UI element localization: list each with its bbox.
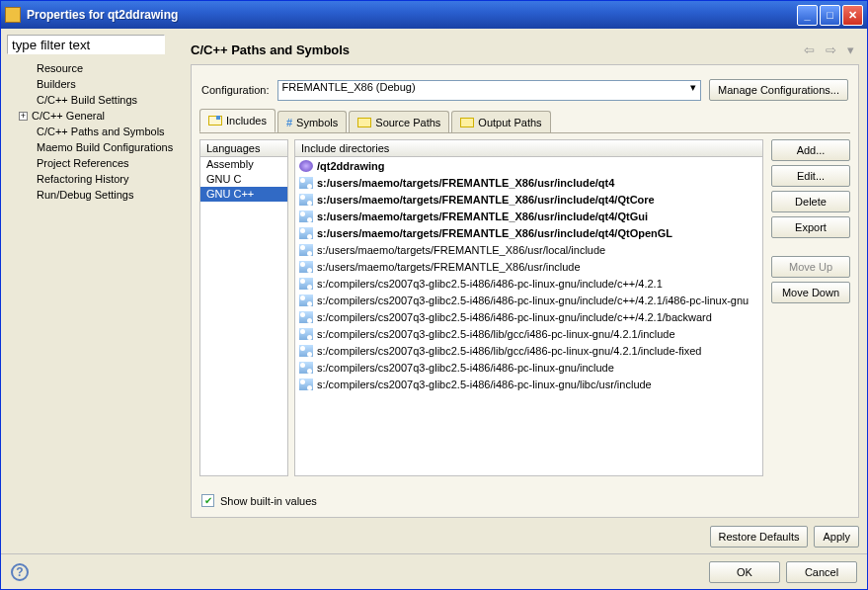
nav-item-label: Maemo Build Configurations	[37, 141, 173, 153]
maximize-button[interactable]: □	[820, 5, 840, 26]
directories-column: Include directories /qt2ddrawings:/users…	[294, 139, 763, 476]
tab-icon: #	[286, 117, 292, 128]
tab-label: Source Paths	[375, 117, 440, 128]
nav-item-1[interactable]: Builders	[7, 76, 183, 92]
page-title: C/C++ Paths and Symbols	[191, 42, 794, 57]
directories-header: Include directories	[294, 139, 763, 157]
include-path-icon	[299, 211, 313, 222]
cancel-button[interactable]: Cancel	[786, 561, 857, 583]
minimize-button[interactable]: _	[797, 5, 818, 26]
include-dir-item[interactable]: s:/compilers/cs2007q3-glibc2.5-i486/i486…	[295, 308, 762, 325]
nav-item-4[interactable]: C/C++ Paths and Symbols	[7, 124, 183, 139]
project-icon	[299, 160, 313, 172]
nav-forward-icon[interactable]	[820, 41, 837, 58]
languages-header: Languages	[199, 139, 288, 157]
include-path-icon	[299, 328, 313, 340]
include-dir-item[interactable]: s:/compilers/cs2007q3-glibc2.5-i486/i486…	[295, 376, 762, 392]
nav-item-label: Resource	[37, 62, 83, 74]
config-select[interactable]: FREMANTLE_X86 (Debug) ▾	[277, 80, 702, 101]
client-area: ResourceBuildersC/C++ Build Settings+C/C…	[1, 29, 867, 553]
include-dir-item[interactable]: s:/users/maemo/targets/FREMANTLE_X86/usr…	[295, 208, 762, 224]
ok-button[interactable]: OK	[709, 561, 780, 583]
title-bar[interactable]: Properties for qt2ddrawing _ □ ✕	[1, 1, 867, 29]
include-dir-item[interactable]: s:/compilers/cs2007q3-glibc2.5-i486/i486…	[295, 359, 762, 376]
include-path-icon	[299, 379, 313, 390]
close-button[interactable]: ✕	[842, 5, 863, 26]
show-builtin-row: ✔ Show built-in values	[192, 484, 858, 517]
nav-item-label: C/C++ General	[32, 110, 105, 122]
delete-button[interactable]: Delete	[771, 191, 850, 212]
include-path-icon	[299, 227, 313, 239]
config-row: Configuration: FREMANTLE_X86 (Debug) ▾ M…	[192, 65, 858, 109]
right-panel: C/C++ Paths and Symbols Configuration: F…	[189, 29, 867, 553]
include-dir-label: s:/compilers/cs2007q3-glibc2.5-i486/i486…	[317, 278, 663, 290]
move-down-button[interactable]: Move Down	[771, 282, 850, 303]
include-path-icon	[299, 278, 313, 290]
nav-item-3[interactable]: +C/C++ General	[7, 108, 183, 124]
include-dir-label: s:/compilers/cs2007q3-glibc2.5-i486/lib/…	[317, 328, 675, 340]
include-dir-item[interactable]: s:/compilers/cs2007q3-glibc2.5-i486/i486…	[295, 275, 762, 292]
include-dir-item[interactable]: /qt2ddrawing	[295, 157, 762, 174]
nav-item-0[interactable]: Resource	[7, 60, 183, 76]
expand-icon[interactable]: +	[19, 112, 28, 121]
nav-item-5[interactable]: Maemo Build Configurations	[7, 139, 183, 155]
include-path-icon	[299, 261, 313, 273]
tab-source-paths[interactable]: Source Paths	[349, 111, 449, 132]
nav-item-label: Run/Debug Settings	[37, 189, 133, 201]
include-dir-label: s:/users/maemo/targets/FREMANTLE_X86/usr…	[317, 244, 605, 256]
edit-button[interactable]: Edit...	[771, 165, 850, 187]
include-dir-item[interactable]: s:/users/maemo/targets/FREMANTLE_X86/usr…	[295, 174, 762, 191]
nav-back-icon[interactable]	[798, 41, 816, 58]
tab-output-paths[interactable]: Output Paths	[451, 111, 550, 132]
languages-column: Languages AssemblyGNU CGNU C++	[199, 139, 288, 476]
nav-item-label: Builders	[37, 78, 76, 90]
tab-label: Output Paths	[478, 117, 541, 128]
restore-defaults-button[interactable]: Restore Defaults	[710, 526, 809, 548]
include-path-icon	[299, 311, 313, 323]
show-builtin-checkbox[interactable]: ✔	[201, 494, 214, 507]
tab-symbols[interactable]: #Symbols	[277, 111, 347, 132]
add-button[interactable]: Add...	[771, 139, 850, 161]
config-value: FREMANTLE_X86 (Debug)	[282, 81, 416, 93]
nav-tree[interactable]: ResourceBuildersC/C++ Build Settings+C/C…	[7, 60, 183, 548]
language-item-2[interactable]: GNU C++	[200, 187, 287, 202]
include-dir-label: s:/compilers/cs2007q3-glibc2.5-i486/i486…	[317, 295, 749, 306]
tab-strip: Includes#SymbolsSource PathsOutput Paths	[192, 109, 858, 132]
include-dir-item[interactable]: s:/users/maemo/targets/FREMANTLE_X86/usr…	[295, 191, 762, 208]
apply-button[interactable]: Apply	[814, 526, 859, 548]
chevron-down-icon: ▾	[690, 81, 696, 94]
include-dir-item[interactable]: s:/compilers/cs2007q3-glibc2.5-i486/lib/…	[295, 325, 762, 342]
include-dir-label: s:/compilers/cs2007q3-glibc2.5-i486/i486…	[317, 311, 712, 323]
export-button[interactable]: Export	[771, 216, 850, 238]
language-item-0[interactable]: Assembly	[200, 157, 287, 172]
move-up-button[interactable]: Move Up	[771, 256, 850, 278]
nav-item-7[interactable]: Refactoring History	[7, 171, 183, 187]
nav-item-label: Project References	[37, 157, 129, 169]
include-dir-item[interactable]: s:/compilers/cs2007q3-glibc2.5-i486/lib/…	[295, 342, 762, 359]
include-dir-item[interactable]: s:/users/maemo/targets/FREMANTLE_X86/usr…	[295, 224, 762, 241]
manage-configs-button[interactable]: Manage Configurations...	[709, 79, 848, 101]
directories-list[interactable]: /qt2ddrawings:/users/maemo/targets/FREMA…	[294, 157, 763, 476]
filter-input[interactable]	[7, 35, 165, 54]
tab-includes[interactable]: Includes	[199, 109, 276, 132]
tab-icon	[460, 118, 474, 127]
nav-item-8[interactable]: Run/Debug Settings	[7, 187, 183, 203]
languages-list[interactable]: AssemblyGNU CGNU C++	[199, 157, 288, 476]
nav-item-2[interactable]: C/C++ Build Settings	[7, 92, 183, 108]
include-path-icon	[299, 244, 313, 256]
tab-label: Symbols	[296, 117, 338, 128]
tab-icon	[208, 116, 222, 126]
left-panel: ResourceBuildersC/C++ Build Settings+C/C…	[1, 29, 189, 553]
view-menu-icon[interactable]	[841, 41, 859, 58]
properties-dialog: Properties for qt2ddrawing _ □ ✕ Resourc…	[0, 0, 868, 590]
help-icon[interactable]: ?	[11, 563, 29, 581]
language-item-1[interactable]: GNU C	[200, 172, 287, 187]
include-dir-item[interactable]: s:/users/maemo/targets/FREMANTLE_X86/usr…	[295, 258, 762, 275]
include-path-icon	[299, 177, 313, 189]
nav-item-6[interactable]: Project References	[7, 155, 183, 171]
include-dir-label: s:/users/maemo/targets/FREMANTLE_X86/usr…	[317, 261, 581, 273]
include-dir-item[interactable]: s:/compilers/cs2007q3-glibc2.5-i486/i486…	[295, 292, 762, 308]
include-dir-item[interactable]: s:/users/maemo/targets/FREMANTLE_X86/usr…	[295, 241, 762, 258]
include-path-icon	[299, 345, 313, 357]
nav-item-label: C/C++ Build Settings	[37, 94, 137, 106]
